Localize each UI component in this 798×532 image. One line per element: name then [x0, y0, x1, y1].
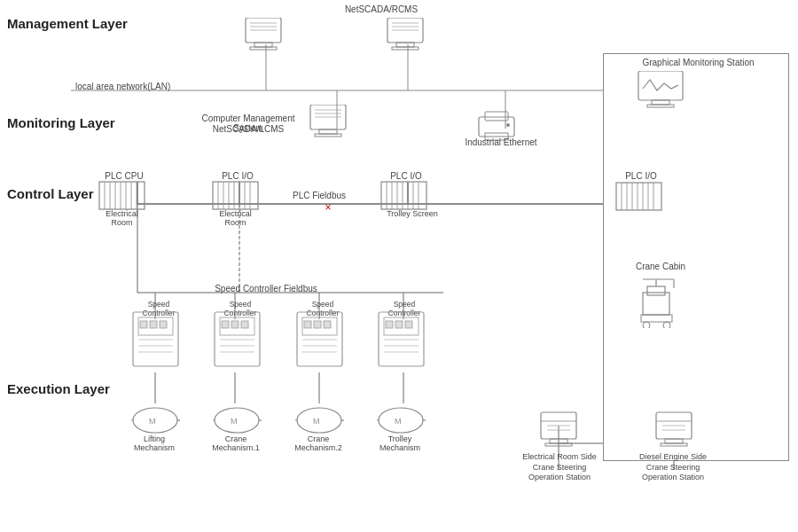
industrial-ethernet-label: Industrial Ethernet [452, 137, 550, 147]
svg-rect-120 [405, 321, 412, 328]
computer-icon-2 [383, 18, 427, 53]
svg-rect-116 [379, 312, 424, 366]
svg-rect-65 [641, 315, 672, 322]
motor3-icon: M [295, 405, 344, 436]
motor1-icon: M [131, 405, 180, 436]
elec-room-station-icon [536, 408, 581, 452]
plc-cpu-icon [98, 180, 146, 211]
cms-computer-icon [306, 105, 350, 140]
netscada-lcms-label: NetSCADA/LCMS [186, 124, 310, 134]
svg-rect-102 [222, 321, 229, 328]
svg-rect-34 [396, 43, 414, 47]
svg-rect-108 [297, 312, 342, 366]
svg-rect-76 [213, 182, 258, 209]
elec-room-side-label: Electrical Room SideCrane SteeringOperat… [520, 452, 598, 483]
crane-cabin-icon [625, 270, 687, 328]
plc-io3-icon [614, 181, 663, 212]
svg-text:M: M [231, 417, 238, 426]
svg-rect-118 [386, 321, 393, 328]
plc-fieldbus-label: PLC Fieldbus [284, 191, 355, 200]
graphical-monitoring-label: Graphical Monitoring Station [612, 58, 785, 67]
control-layer-label: Control Layer [7, 186, 94, 201]
plc-fieldbus-x: × [319, 201, 337, 214]
svg-rect-112 [324, 321, 331, 328]
svg-text:M: M [149, 417, 156, 426]
management-layer-label: Management Layer [7, 16, 128, 31]
svg-rect-35 [392, 47, 419, 50]
svg-rect-52 [616, 183, 661, 210]
svg-text:M: M [395, 417, 402, 426]
svg-rect-149 [661, 443, 687, 446]
svg-rect-40 [319, 129, 337, 134]
svg-rect-45 [479, 117, 514, 137]
crane1-label: Crane Mechanism.1 [202, 434, 270, 452]
trolley-screen-label: Trolley Screen [381, 209, 443, 218]
svg-rect-111 [314, 321, 321, 328]
netscada-rcms-label: NetSCADA/RCMS [328, 4, 434, 14]
crane2-label: Crane Mechanism.2 [284, 434, 353, 452]
svg-rect-142 [550, 439, 567, 443]
vfd3-icon [295, 310, 344, 368]
vfd4-icon [377, 310, 426, 368]
lan-label: local area network(LAN) [75, 82, 217, 91]
svg-point-67 [663, 322, 670, 328]
svg-rect-61 [647, 286, 665, 295]
svg-rect-68 [99, 182, 145, 209]
svg-rect-94 [140, 321, 147, 328]
plc-io1-icon [211, 180, 260, 211]
right-panel [603, 53, 789, 461]
diesel-side-label: Diesel Engine SideCrane SteeringOperatio… [634, 452, 712, 483]
diesel-station-icon [652, 408, 696, 452]
monitoring-layer-label: Monitoring Layer [7, 115, 115, 130]
svg-rect-46 [485, 112, 508, 121]
svg-rect-84 [381, 182, 426, 209]
svg-text:M: M [313, 417, 320, 426]
motor4-icon: M [377, 405, 426, 436]
svg-rect-104 [241, 321, 248, 328]
svg-rect-119 [395, 321, 403, 328]
vfd1-icon [131, 310, 180, 368]
svg-rect-96 [160, 321, 167, 328]
elec-room1-label: Electrical Room [98, 209, 146, 227]
lifting-label: Lifting Mechanism [122, 434, 186, 452]
svg-rect-110 [304, 321, 311, 328]
svg-rect-29 [250, 47, 277, 50]
trolley-label: Trolley Mechanism [368, 434, 432, 452]
svg-rect-51 [647, 105, 674, 107]
svg-rect-143 [545, 443, 572, 446]
svg-rect-100 [215, 312, 260, 366]
svg-rect-92 [133, 312, 178, 366]
computer-icon-1 [241, 18, 286, 53]
svg-point-48 [506, 123, 510, 127]
svg-rect-28 [254, 43, 272, 47]
motor2-icon: M [213, 405, 262, 436]
svg-rect-50 [652, 100, 669, 105]
svg-rect-60 [643, 293, 669, 315]
plc-io2-icon [379, 180, 428, 211]
vfd2-icon [213, 310, 262, 368]
svg-rect-41 [315, 134, 341, 137]
elec-room2-label: Electrical Room [211, 209, 260, 227]
speed-fieldbus-label: Speed Controller Fieldbus [195, 284, 337, 293]
svg-rect-148 [665, 439, 683, 443]
svg-rect-103 [231, 321, 239, 328]
execution-layer-label: Execution Layer [7, 381, 110, 396]
monitoring-station-icon [634, 71, 687, 111]
plc-io3-label: PLC I/O [614, 171, 668, 181]
svg-rect-95 [150, 321, 157, 328]
svg-point-66 [643, 322, 650, 328]
diagram: Management Layer Monitoring Layer Contro… [0, 0, 798, 532]
